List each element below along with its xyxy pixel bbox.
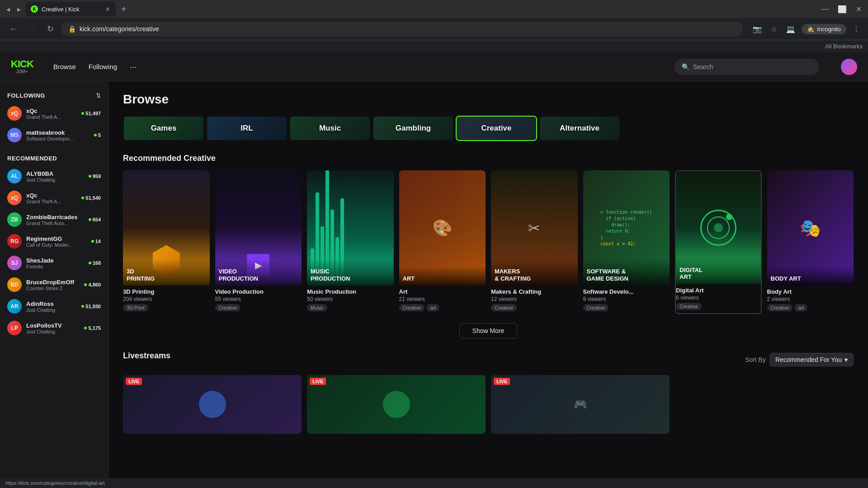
card-overlay-3dprint: 3DPRINTING [123, 259, 210, 286]
live-card-3[interactable]: 🎮 LIVE [491, 375, 670, 434]
show-more-button[interactable]: Show More [459, 323, 518, 338]
sidebar-item-shes[interactable]: SJ ShesJade Fortnite 168 [0, 252, 108, 274]
live-card-1[interactable]: LIVE [123, 375, 302, 434]
card-title-digitalart: Digital Art [676, 287, 761, 294]
incognito-button[interactable]: 🕵 Incognito [802, 24, 846, 34]
tab-close-btn[interactable]: ✕ [105, 6, 110, 13]
card-makers[interactable]: ✂ MAKERS& CRAFTING Makers & Crafting 12 … [491, 170, 578, 314]
cat-btn-gambling[interactable]: Gambling [373, 116, 454, 141]
avatar-bruce: BD [7, 277, 22, 292]
cat-btn-music[interactable]: Music [289, 116, 371, 141]
browser-actions: 📷 ☆ 💻 🕵 Incognito ⋮ [750, 23, 863, 35]
restore-btn[interactable]: ⬜ [835, 3, 849, 15]
card-musicprod[interactable]: MUSICPRODUCTION Music Production 50 view… [307, 170, 394, 314]
live-cards-grid: LIVE LIVE 🎮 LIVE [123, 375, 854, 434]
minimize-btn[interactable]: — [819, 3, 831, 15]
live-dot-xqc2 [81, 197, 84, 199]
sidebar-item-info-adin: AdinRoss Just Chatting [26, 300, 77, 313]
card-bodyart[interactable]: 🎭 BODY ART Body Art 2 viewers Creative a… [767, 170, 854, 314]
card-tag-software-1[interactable]: Creative [583, 304, 609, 311]
card-software[interactable]: > function render() if (active) draw(); … [583, 170, 670, 314]
logo[interactable]: KICK 20M+ [11, 59, 33, 74]
card-viewers-bodyart: 2 viewers [767, 296, 854, 302]
menu-icon[interactable]: ⋮ [850, 23, 863, 35]
live-dot-bruce [84, 283, 87, 286]
new-tab-btn[interactable]: + [118, 4, 130, 14]
sidebar-item-info-shes: ShesJade Fortnite [26, 257, 84, 269]
card-title-3dprint: 3D Printing [123, 288, 210, 295]
avatar-zombie: ZB [7, 212, 22, 227]
nav-more[interactable]: ⋯ [124, 59, 142, 75]
live-card-2[interactable]: LIVE [307, 375, 486, 434]
card-tag-bodyart-1[interactable]: Creative [767, 304, 793, 311]
browser-forward-icon[interactable]: ▸ [14, 3, 24, 15]
nav-following[interactable]: Following [83, 59, 123, 74]
card-info-bodyart: Body Art 2 viewers Creative art [767, 286, 854, 314]
bookmarks-label: All Bookmarks [825, 43, 863, 50]
sidebar-item-xqc2[interactable]: xQ xQc Grand Theft A... 51,540 [0, 187, 108, 209]
sidebar-sort-icon[interactable]: ⇅ [96, 92, 101, 99]
nav-browse[interactable]: Browse [48, 59, 81, 74]
sidebar-item-aly[interactable]: AL ALYB0BA Just Chatting 959 [0, 165, 108, 187]
card-3dprint[interactable]: 3DPRINTING 3D Printing 204 viewers 3D Pr… [123, 170, 210, 314]
logo-text: KICK [11, 59, 33, 69]
sidebar-item-matt[interactable]: MS mattseabrook Software Developm... 5 [0, 124, 108, 146]
livestreams-header: Livestreams Sort By Recommended For You … [123, 351, 854, 368]
card-overlay-software: SOFTWARE &GAME DESIGN [583, 259, 670, 286]
sidebar-item-zombie[interactable]: ZB ZombieBarricades Grand Theft Auto... … [0, 209, 108, 230]
sidebar-item-bruce[interactable]: BD BruceDropEmOff Counter-Strike 2 4,860 [0, 274, 108, 296]
card-tag-musicprod-1[interactable]: Music [307, 304, 327, 311]
forward-btn[interactable]: → [24, 23, 40, 36]
camera-off-icon[interactable]: 📷 [750, 23, 764, 35]
cat-btn-creative[interactable]: Creative [456, 116, 537, 141]
header-search[interactable]: 🔍 Search [675, 59, 819, 75]
search-icon: 🔍 [682, 63, 689, 70]
card-tag-3dprint-1[interactable]: 3D Print [123, 304, 148, 311]
incognito-icon: 🕵 [807, 26, 814, 33]
viewer-count-lospollos: 5,175 [84, 325, 101, 331]
sidebar-item-lospollos[interactable]: LP LosPollosTV Just Chatting 5,175 [0, 317, 108, 339]
user-avatar[interactable] [841, 59, 857, 75]
sidebar-game-matt: Software Developm... [26, 136, 90, 141]
cat-btn-irl[interactable]: IRL [206, 116, 288, 141]
browser-back-icon[interactable]: ◂ [4, 3, 13, 15]
card-tags-digitalart: Creative [676, 303, 761, 310]
card-tag-digitalart-1[interactable]: Creative [676, 303, 702, 310]
avatar-shes: SJ [7, 256, 22, 270]
back-btn[interactable]: ← [5, 23, 21, 36]
live-thumb-1: LIVE [123, 375, 302, 434]
card-tag-videoprod-1[interactable]: Creative [215, 304, 241, 311]
cat-btn-games[interactable]: Games [123, 116, 204, 141]
sort-dropdown[interactable]: Recommended For You ▾ [769, 353, 854, 366]
bookmark-icon[interactable]: ☆ [768, 23, 780, 35]
card-videoprod[interactable]: ▶ VIDEOPRODUCTION Video Production 55 vi… [215, 170, 302, 314]
browser-tab[interactable]: K Creative | Kick ✕ [25, 2, 116, 16]
close-btn[interactable]: ✕ [853, 3, 864, 15]
reload-btn[interactable]: ↻ [43, 22, 57, 36]
card-tag-makers-1[interactable]: Creative [491, 304, 517, 311]
card-tag-art-1[interactable]: Creative [399, 304, 425, 311]
logo-sub: 20M+ [16, 69, 28, 74]
card-digitalart[interactable]: DIGITALART Digital Art 6 viewers Creativ… [675, 170, 762, 314]
sidebar-item-xqc[interactable]: xQ xQc Grand Theft A... 51,497 [0, 103, 108, 124]
cat-btn-alternative[interactable]: Alternative [539, 116, 620, 141]
card-art[interactable]: 🎨 ART Art 21 viewers Creative art [399, 170, 486, 314]
card-tags-art: Creative art [399, 304, 486, 311]
card-overlay-videoprod: VIDEOPRODUCTION [215, 259, 302, 286]
tab-favicon: K [31, 5, 38, 13]
avatar-lospollos: LP [7, 321, 22, 335]
sidebar-item-adin[interactable]: AR AdinRoss Just Chatting 51,930 [0, 296, 108, 317]
avatar-adin: AR [7, 299, 22, 314]
sidebar-game-shes: Fortnite [26, 264, 84, 269]
devices-icon[interactable]: 💻 [783, 23, 798, 35]
sidebar-item-regiment[interactable]: RG RegimentGG Call of Duty: Moder... 14 [0, 230, 108, 252]
sort-by-container: Sort By Recommended For You ▾ [745, 353, 854, 366]
card-tags-musicprod: Music [307, 304, 394, 311]
address-bar[interactable]: 🔒 kick.com/categories/creative [61, 22, 743, 36]
card-tag-bodyart-2[interactable]: art [794, 304, 807, 311]
viewer-count-regiment: 14 [91, 239, 101, 244]
livestreams-section-title: Livestreams [123, 351, 170, 361]
card-tag-art-2[interactable]: art [426, 304, 439, 311]
chevron-down-icon: ▾ [844, 356, 848, 363]
sidebar-name-bruce: BruceDropEmOff [26, 279, 80, 286]
